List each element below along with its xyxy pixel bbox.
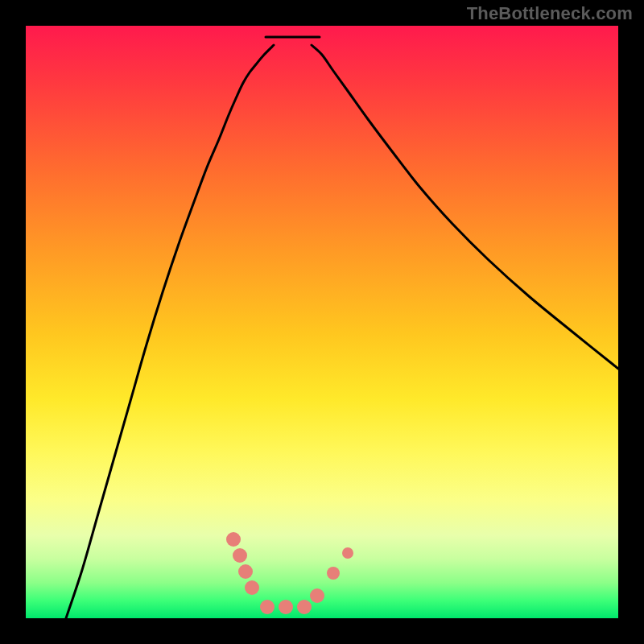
chart-frame: TheBottleneck.com [0,0,644,644]
left-curve [66,45,274,618]
left-cluster-lower [245,580,259,595]
right-cluster-top [342,547,353,559]
floor-a [260,600,275,614]
right-cluster-high [327,567,340,580]
floor-b [279,600,293,614]
right-cluster-low [310,588,324,603]
left-cluster-mid [238,564,253,579]
left-cluster-top [226,532,241,547]
watermark-text: TheBottleneck.com [467,3,633,24]
plot-area [26,26,618,618]
right-curve [312,45,618,369]
floor-c [297,600,312,614]
left-cluster-upper [233,548,247,563]
curve-layer [26,26,618,618]
